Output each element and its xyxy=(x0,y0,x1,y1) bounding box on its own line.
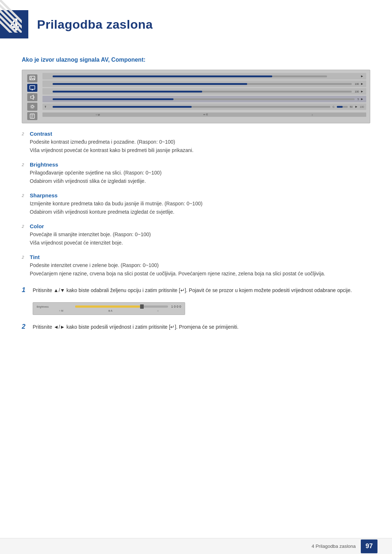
menu-row-color: 5 ► xyxy=(42,96,366,102)
slider-value: 1 0 0 0 xyxy=(170,305,181,308)
menu-row-tint: T G 50 ► 100 xyxy=(42,103,366,110)
desc1-contrast: Podesite kontrast između predmeta i poza… xyxy=(30,138,193,146)
desc1-color: Povećajte ili smanjite intenzitet boje. … xyxy=(30,231,151,238)
desc2-brightness: Odabirom viših vrijednosti slika će izgl… xyxy=(30,177,162,185)
bullet-brightness: 2 xyxy=(22,163,26,186)
menu-bottom-bar: ÷ M ⇔ E ○ xyxy=(42,112,366,117)
menu-icon-support xyxy=(27,112,37,120)
menu-row-sharpness: 100 ► xyxy=(42,88,366,95)
step-text-2: Pritisnite ◄/► kako biste podesili vrije… xyxy=(33,323,238,331)
svg-rect-7 xyxy=(30,86,35,89)
title-color: Color xyxy=(30,223,151,229)
desc2-contrast: Viša vrijednost povećat će kontrast kako… xyxy=(30,147,193,154)
menu-icon-picture xyxy=(27,74,37,82)
step-number-2: 2 xyxy=(22,323,28,331)
list-item-brightness: 2 Brightness Prilagođavanje općenite svj… xyxy=(22,161,370,186)
menu-screenshot: ► 100 ► 100 ► 5 ► T G 50 ► xyxy=(22,70,370,123)
footer-page-number: 97 xyxy=(361,539,377,553)
bullet-sharpness: 2 xyxy=(22,193,26,217)
desc2-tint: Povećanjem njene razine, crvena boja na … xyxy=(30,270,325,278)
list-item-sharpness: 2 Sharpness Izmijenite konture predmeta … xyxy=(22,192,370,217)
content-area: 2 Contrast Podesite kontrast između pred… xyxy=(22,131,370,331)
svg-point-6 xyxy=(31,77,32,78)
menu-row-contrast: ► xyxy=(42,73,366,79)
slider-bottom-bar: ÷ M ⊕ A ○ xyxy=(37,309,181,312)
title-tint: Tint xyxy=(30,254,325,260)
bullet-contrast: 2 xyxy=(22,132,26,155)
bullet-tint: 2 xyxy=(22,255,26,278)
menu-icon-sound xyxy=(27,93,37,101)
menu-row-brightness: 100 ► xyxy=(42,81,366,87)
title-contrast: Contrast xyxy=(30,131,193,137)
chapter-title: Prilagodba zaslona xyxy=(37,17,153,32)
list-item-color: 2 Color Povećajte ili smanjite intenzite… xyxy=(22,223,370,247)
list-item-contrast: 2 Contrast Podesite kontrast između pred… xyxy=(22,131,370,155)
menu-icon-display xyxy=(27,84,37,92)
menu-sidebar xyxy=(26,73,39,120)
page-footer: 4 Prilagodba zaslona 97 xyxy=(0,538,392,554)
desc2-sharpness: Odabirom viših vrijednosti konture predm… xyxy=(30,208,203,216)
section-heading: Ako je izvor ulaznog signala AV, Compone… xyxy=(22,57,370,63)
menu-content: ► 100 ► 100 ► 5 ► T G 50 ► xyxy=(42,73,366,120)
chapter-number-block: 4 xyxy=(0,10,28,38)
desc1-sharpness: Izmijenite konture predmeta tako da budu… xyxy=(30,200,203,208)
footer-text: 4 Prilagodba zaslona xyxy=(312,543,356,549)
desc1-brightness: Prilagođavanje općenite svjetline na sli… xyxy=(30,169,162,177)
slider-screenshot: Brightness 1 0 0 0 ÷ M ⊕ A ○ xyxy=(33,302,185,315)
desc2-color: Viša vrijednost povećat će intenzitet bo… xyxy=(30,239,151,247)
chapter-number: 4 xyxy=(9,15,19,34)
svg-point-12 xyxy=(30,105,34,109)
step-number-1: 1 xyxy=(22,286,28,294)
title-brightness: Brightness xyxy=(30,161,162,168)
step-1: 1 Pritisnite ▲/▼ kako biste odabrali žel… xyxy=(22,286,370,294)
menu-icon-settings xyxy=(27,103,37,111)
svg-marker-10 xyxy=(30,95,33,99)
list-item-tint: 2 Tint Podesite intenzitet crvene i zele… xyxy=(22,254,370,278)
title-sharpness: Sharpness xyxy=(30,192,203,198)
svg-point-11 xyxy=(31,106,33,108)
page-header: 4 Prilagodba zaslona xyxy=(0,0,392,46)
desc1-tint: Podesite intenzitet crvene i zelene boje… xyxy=(30,262,325,269)
step-2: 2 Pritisnite ◄/► kako biste podesili vri… xyxy=(22,323,370,331)
bullet-color: 2 xyxy=(22,224,26,247)
step-text-1: Pritisnite ▲/▼ kako biste odabrali želje… xyxy=(33,286,352,294)
